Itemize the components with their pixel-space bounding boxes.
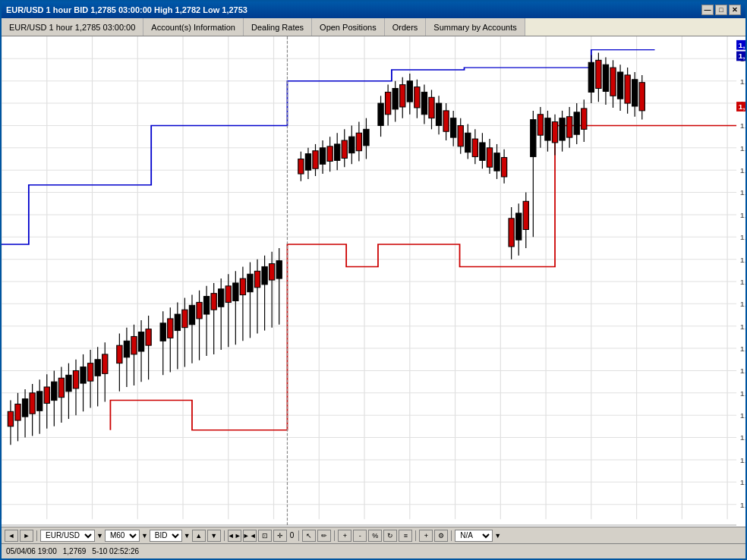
pair-selector[interactable]: EUR/USD	[40, 530, 95, 542]
separator-2	[224, 530, 225, 541]
maximize-button[interactable]: □	[715, 5, 727, 15]
svg-rect-182	[559, 118, 565, 140]
tab-orders[interactable]: Orders	[385, 18, 427, 36]
chart-svg: 1,2770 1,2760 1,2750 1,2740 1,2730 1,272…	[2, 36, 745, 527]
scroll-left-button[interactable]: ◄	[5, 530, 18, 542]
svg-rect-106	[262, 266, 267, 284]
arrow-up-button[interactable]: ▲	[192, 530, 206, 542]
tab-dealing-rates[interactable]: Dealing Rates	[244, 18, 312, 36]
svg-rect-88	[197, 302, 202, 319]
svg-rect-186	[574, 112, 579, 134]
svg-rect-98	[233, 283, 238, 300]
svg-rect-64	[95, 360, 100, 376]
svg-rect-48	[37, 392, 43, 411]
minimize-button[interactable]: —	[701, 5, 714, 15]
plus-button[interactable]: +	[338, 530, 351, 542]
arrow-down-button[interactable]: ▼	[207, 530, 221, 542]
draw-button[interactable]: ✏	[317, 530, 331, 542]
svg-rect-162	[487, 148, 492, 167]
svg-rect-60	[80, 367, 86, 384]
svg-rect-156	[465, 133, 471, 152]
svg-text:1,2640: 1,2640	[740, 345, 745, 353]
svg-rect-78	[160, 323, 165, 341]
svg-rect-180	[552, 122, 557, 143]
svg-rect-86	[189, 305, 194, 324]
svg-rect-200	[625, 75, 630, 103]
svg-rect-108	[269, 264, 275, 281]
tab-summary-accounts[interactable]: Summary by Accounts	[426, 18, 525, 36]
svg-text:1,2680: 1,2680	[740, 256, 745, 263]
svg-rect-202	[632, 80, 638, 106]
svg-rect-160	[480, 143, 485, 160]
svg-rect-170	[516, 213, 522, 240]
fit-button[interactable]: ⊡	[258, 530, 272, 542]
svg-rect-126	[349, 137, 355, 153]
svg-text:1,2786: 1,2786	[738, 42, 745, 49]
svg-text:1,2600: 1,2600	[740, 434, 745, 442]
bottom-toolbar: ◄ ► EUR/USD ▼ M60 ▼ BID ▼ ▲ ▼ ◄► ►◄ ⊡ ✛ …	[2, 527, 745, 543]
svg-rect-178	[545, 118, 550, 140]
status-date: 05/04/06 19:00	[6, 547, 57, 555]
main-window: EUR/USD 1 hour BID 1,2785 03:00:00 High …	[0, 0, 747, 560]
timeframe-selector[interactable]: M60	[105, 530, 140, 542]
tab-chart[interactable]: EUR/USD 1 hour 1,2785 03:00:00	[2, 18, 143, 36]
svg-rect-198	[617, 72, 622, 99]
svg-rect-66	[102, 354, 108, 373]
svg-rect-132	[378, 103, 383, 125]
bid-ask-selector[interactable]: BID	[150, 530, 182, 542]
svg-rect-196	[610, 68, 616, 96]
scroll-right-button[interactable]: ►	[20, 530, 33, 542]
svg-text:1,2650: 1,2650	[740, 323, 745, 331]
svg-rect-82	[175, 314, 180, 331]
svg-text:1,2750: 1,2750	[738, 103, 745, 111]
svg-rect-72	[131, 336, 137, 354]
settings-button[interactable]: ⚙	[434, 530, 448, 542]
svg-rect-112	[298, 159, 304, 175]
refresh-button[interactable]: ↻	[383, 530, 397, 542]
svg-text:1,2710: 1,2710	[740, 189, 745, 197]
tab-bar: EUR/USD 1 hour 1,2785 03:00:00 Account(s…	[2, 18, 745, 36]
svg-rect-58	[73, 370, 78, 388]
svg-rect-104	[254, 271, 260, 288]
svg-text:1,2660: 1,2660	[740, 300, 745, 308]
separator-5	[415, 530, 416, 541]
chart-type-button[interactable]: ≡	[399, 530, 412, 542]
minus-button[interactable]: -	[353, 530, 367, 542]
svg-rect-204	[639, 83, 645, 111]
svg-rect-124	[342, 140, 347, 158]
svg-text:1,2590: 1,2590	[740, 457, 745, 464]
tab-accounts-info[interactable]: Account(s) Information	[143, 18, 244, 36]
svg-rect-172	[523, 201, 528, 229]
svg-rect-42	[15, 404, 20, 421]
svg-rect-120	[327, 146, 333, 162]
title-bar-controls: — □ ✕	[701, 5, 741, 15]
separator-6	[451, 530, 452, 541]
svg-rect-130	[364, 129, 369, 146]
add-indicator-button[interactable]: +	[419, 530, 433, 542]
svg-rect-44	[22, 399, 27, 417]
svg-rect-150	[443, 111, 449, 131]
svg-rect-90	[204, 297, 210, 314]
svg-rect-110	[276, 261, 282, 278]
zoom-percent-button[interactable]: %	[368, 530, 382, 542]
svg-text:1,2570: 1,2570	[740, 501, 745, 508]
svg-text:1,2670: 1,2670	[740, 278, 745, 286]
svg-rect-144	[421, 92, 427, 114]
tab-open-positions[interactable]: Open Positions	[312, 18, 385, 36]
svg-rect-152	[451, 118, 456, 137]
svg-rect-68	[117, 345, 122, 363]
zoom-in-button[interactable]: ◄►	[228, 530, 241, 542]
svg-text:1,2760: 1,2760	[740, 78, 745, 86]
svg-rect-94	[219, 289, 224, 307]
zoom-out-button[interactable]: ►◄	[243, 530, 257, 542]
svg-rect-84	[182, 310, 188, 327]
svg-rect-74	[138, 332, 143, 351]
crosshair-button[interactable]: ✛	[273, 530, 287, 542]
svg-rect-174	[531, 120, 536, 157]
nav-selector[interactable]: N/A	[455, 530, 493, 542]
svg-rect-134	[386, 92, 391, 114]
chart-container[interactable]: 1,2770 1,2760 1,2750 1,2740 1,2730 1,272…	[2, 36, 745, 527]
cursor-button[interactable]: ↖	[302, 530, 316, 542]
svg-text:1,2782: 1,2782	[738, 52, 745, 60]
close-button[interactable]: ✕	[729, 5, 741, 15]
